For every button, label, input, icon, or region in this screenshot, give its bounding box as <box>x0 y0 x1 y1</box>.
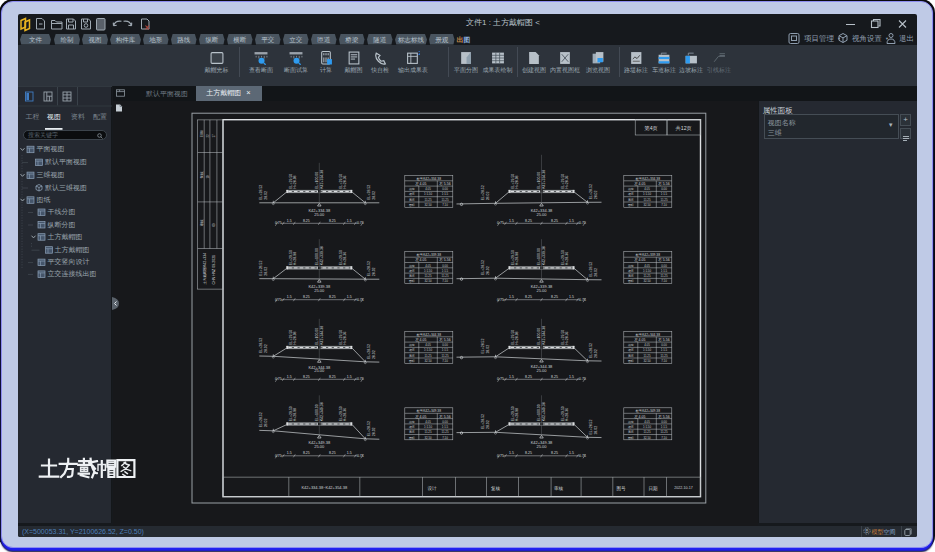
svg-text:8.25: 8.25 <box>302 451 309 455</box>
svg-text:7.10: 7.10 <box>661 435 667 439</box>
svg-text:EL=28.52: EL=28.52 <box>259 260 263 275</box>
svg-text:复核: 复核 <box>490 485 500 491</box>
svg-text:1:1.50: 1:1.50 <box>642 424 650 428</box>
svg-text:28.02: 28.02 <box>371 427 375 436</box>
svg-text:28.02: 28.02 <box>594 190 598 199</box>
svg-text:28.02: 28.02 <box>371 350 375 359</box>
svg-text:28.02: 28.02 <box>594 349 598 358</box>
svg-text:8.25: 8.25 <box>302 374 309 378</box>
svg-text:EL=28.52: EL=28.52 <box>259 337 263 352</box>
svg-text:EL=28.52: EL=28.52 <box>367 261 371 276</box>
svg-text:7.10: 7.10 <box>661 359 667 363</box>
svg-text:4.05: 4.05 <box>425 419 431 423</box>
svg-text:1.5: 1.5 <box>569 374 574 378</box>
svg-text:填挖: 填挖 <box>626 343 633 347</box>
svg-text:坡度: 坡度 <box>407 348 414 352</box>
svg-text:左 4.05: 左 4.05 <box>415 182 426 186</box>
svg-text:25.00: 25.00 <box>536 443 547 448</box>
svg-text:17: 17 <box>212 133 216 137</box>
svg-text:25.00: 25.00 <box>314 287 325 292</box>
svg-text:CHN HNZ 09-2021: CHN HNZ 09-2021 <box>212 254 216 284</box>
svg-text:7.10: 7.10 <box>661 203 667 207</box>
svg-text:宽度: 宽度 <box>408 430 414 434</box>
svg-text:28.02: 28.02 <box>371 267 375 276</box>
svg-text:11.25: 11.25 <box>643 353 650 357</box>
svg-text:28.02: 28.02 <box>263 418 267 427</box>
svg-text:8.25: 8.25 <box>525 218 532 222</box>
svg-text:EL=28.52: EL=28.52 <box>589 342 593 357</box>
svg-text:H=28.36: H=28.36 <box>342 175 346 188</box>
svg-text:坡度: 坡度 <box>626 424 633 428</box>
svg-text:桩号K42+334.38: 桩号K42+334.38 <box>415 176 441 180</box>
svg-text:0.75: 0.75 <box>356 377 363 381</box>
svg-text:面积: 面积 <box>627 203 633 207</box>
svg-text:1.5: 1.5 <box>509 218 514 222</box>
svg-text:H=28.36: H=28.36 <box>342 331 346 344</box>
svg-text:填挖: 填挖 <box>407 263 414 267</box>
svg-text:11.25: 11.25 <box>441 430 448 434</box>
svg-text:坡度: 坡度 <box>407 268 414 272</box>
svg-text:1.5: 1.5 <box>346 218 351 222</box>
svg-text:EL=100.00: EL=100.00 <box>537 404 541 421</box>
svg-text:0.00: 0.00 <box>442 263 448 267</box>
svg-text:8.25: 8.25 <box>328 374 335 378</box>
svg-text:坡度: 坡度 <box>626 192 633 196</box>
svg-text:1.5: 1.5 <box>569 451 574 455</box>
svg-text:8.25: 8.25 <box>551 451 558 455</box>
svg-text:28.02: 28.02 <box>263 190 267 199</box>
svg-text:11.25: 11.25 <box>424 430 431 434</box>
svg-text:1:1.50: 1:1.50 <box>642 348 650 352</box>
svg-text:0.00: 0.00 <box>442 343 448 347</box>
svg-text:坡度: 坡度 <box>407 424 414 428</box>
svg-text:1:1.50: 1:1.50 <box>642 192 650 196</box>
svg-text:右 5.56: 右 5.56 <box>658 257 669 262</box>
svg-text:EL=28.52: EL=28.52 <box>259 412 263 427</box>
svg-text:4.05: 4.05 <box>425 187 431 191</box>
svg-text:8.25: 8.25 <box>551 295 558 299</box>
svg-text:0.75: 0.75 <box>579 297 586 301</box>
svg-text:10: 10 <box>205 174 209 178</box>
svg-text:EL=28.52: EL=28.52 <box>367 184 371 199</box>
svg-text:面积: 面积 <box>408 359 414 363</box>
svg-text:坡度: 坡度 <box>626 348 633 352</box>
svg-text:1.5: 1.5 <box>286 218 291 222</box>
svg-text:宽度: 宽度 <box>627 274 633 278</box>
svg-text:H=28.36: H=28.36 <box>565 175 569 188</box>
svg-text:1:1.5: 1:1.5 <box>441 268 448 272</box>
svg-text:左 4.05: 左 4.05 <box>634 338 645 342</box>
svg-text:右 5.56: 右 5.56 <box>439 413 450 418</box>
svg-text:EL=100.00: EL=100.00 <box>314 171 318 188</box>
svg-text:11.25: 11.25 <box>424 274 431 278</box>
svg-text:面积: 面积 <box>408 203 414 207</box>
svg-text:4.05: 4.05 <box>425 343 431 347</box>
svg-text:1:1.50: 1:1.50 <box>423 348 431 352</box>
svg-text:H=28.36: H=28.36 <box>565 331 569 344</box>
svg-text:28.02: 28.02 <box>263 266 267 275</box>
svg-text:桩号K42+349.38: 桩号K42+349.38 <box>415 409 441 413</box>
svg-text:1.5: 1.5 <box>569 218 574 222</box>
svg-text:1:1.50: 1:1.50 <box>423 192 431 196</box>
svg-text:0.00: 0.00 <box>442 187 448 191</box>
svg-text:1.5: 1.5 <box>286 451 291 455</box>
svg-text:右 5.56: 右 5.56 <box>658 413 669 418</box>
svg-text:25.00: 25.00 <box>314 443 325 448</box>
svg-text:1:1.5: 1:1.5 <box>660 348 667 352</box>
svg-text:桩号K42+344.38: 桩号K42+344.38 <box>634 332 660 336</box>
svg-text:4.05: 4.05 <box>644 187 650 191</box>
svg-text:1:1.5: 1:1.5 <box>660 424 667 428</box>
svg-text:EL=28.52: EL=28.52 <box>481 185 485 200</box>
svg-text:1:1.5: 1:1.5 <box>441 424 448 428</box>
svg-text:面积: 面积 <box>627 359 633 363</box>
svg-text:H=28.98: H=28.98 <box>293 175 297 188</box>
svg-text:复核: 复核 <box>199 170 203 178</box>
svg-text:H=28.36: H=28.36 <box>342 251 346 264</box>
svg-text:32.50: 32.50 <box>643 435 651 439</box>
svg-text:宽度: 宽度 <box>627 197 633 201</box>
svg-text:11.25: 11.25 <box>660 430 667 434</box>
svg-text:桩号K42+349.38: 桩号K42+349.38 <box>634 409 660 413</box>
svg-text:1:1.50: 1:1.50 <box>423 424 431 428</box>
svg-text:日期: 日期 <box>199 129 203 137</box>
svg-text:1:1.5: 1:1.5 <box>441 348 448 352</box>
svg-text:8.25: 8.25 <box>328 451 335 455</box>
svg-text:EL=100.00: EL=100.00 <box>314 404 318 421</box>
